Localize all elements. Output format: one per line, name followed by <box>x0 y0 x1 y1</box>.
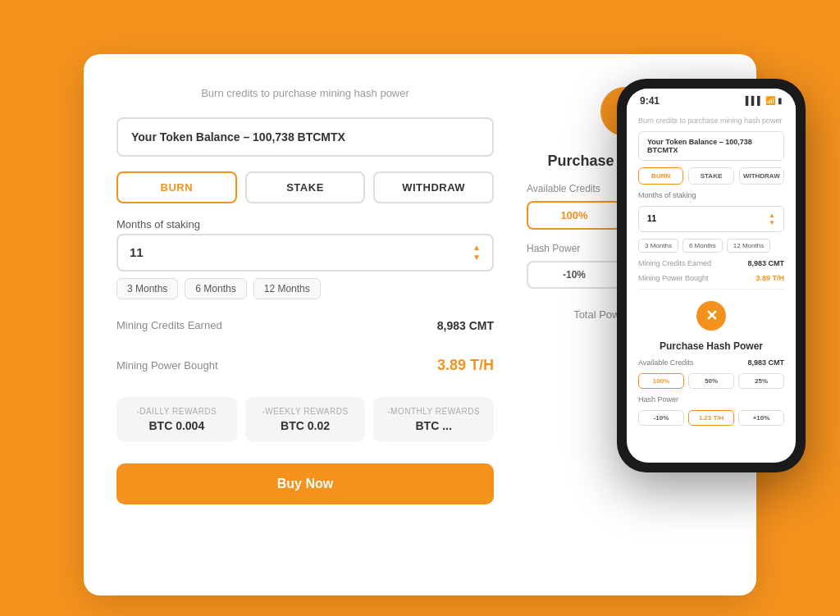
phone-status-bar: 9:41 ▌▌▌ 📶 ▮ <box>627 89 796 110</box>
phone-hash-plus[interactable]: +10% <box>738 410 784 426</box>
phone-credits-value: 8,983 CMT <box>747 259 784 267</box>
mining-credits-label: Mining Credits Earned <box>116 319 222 331</box>
weekly-reward-title: -WEEKLY REWARDS <box>253 407 358 416</box>
spinner-up-icon[interactable]: ▲ <box>472 244 481 252</box>
phone-logo-icon: ✕ <box>705 307 718 325</box>
hash-minus-button[interactable]: -10% <box>527 261 622 289</box>
monthly-reward-title: -MONTHLY REWARDS <box>381 407 486 416</box>
battery-icon: ▮ <box>778 96 783 105</box>
token-balance-display: Your Token Balance – 100,738 BTCMTX <box>116 117 494 157</box>
phone-12months[interactable]: 12 Months <box>727 239 770 253</box>
phone-months-value: 11 <box>647 214 656 223</box>
phone-time: 9:41 <box>640 95 660 107</box>
months-value: 11 <box>130 245 472 259</box>
mining-power-row: Mining Power Bought 3.89 T/H <box>116 352 494 379</box>
phone-hash-value[interactable]: 1.23 T/H <box>688 410 734 426</box>
phone-power-row: Mining Power Bought 3.89 T/H <box>638 274 784 282</box>
phone-available-value: 8,983 CMT <box>747 358 784 367</box>
burn-button[interactable]: BURN <box>116 171 237 203</box>
phone-power-value: 3.89 T/H <box>756 274 784 282</box>
phone-credit-25[interactable]: 25% <box>738 373 784 389</box>
monthly-reward-card: -MONTHLY REWARDS BTC ... <box>373 397 494 442</box>
phone-status-icons: ▌▌▌ 📶 ▮ <box>746 96 783 105</box>
quick-months-group: 3 Months 6 Months 12 Months <box>116 278 494 299</box>
phone-screen: 9:41 ▌▌▌ 📶 ▮ Burn credits to purchase mi… <box>627 89 796 463</box>
phone-stake-btn[interactable]: STAKE <box>688 167 733 185</box>
phone-3months[interactable]: 3 Months <box>638 239 678 253</box>
phone-withdraw-btn[interactable]: WITHDRAW <box>739 167 784 185</box>
phone-token-balance: Your Token Balance – 100,738 BTCMTX <box>638 131 784 161</box>
left-subtitle: Burn credits to purchase mining hash pow… <box>116 87 494 99</box>
phone-content: Burn credits to purchase mining hash pow… <box>627 110 796 463</box>
months-section: Months of staking 11 ▲ ▼ 3 Months 6 Mont… <box>116 218 494 299</box>
phone-credits-row: Mining Credits Earned 8,983 CMT <box>638 259 784 267</box>
phone-burn-btn[interactable]: BURN <box>638 167 683 185</box>
phone-credit-50[interactable]: 50% <box>688 373 734 389</box>
phone-months-label: Months of staking <box>638 191 784 199</box>
phone-credit-100[interactable]: 100% <box>638 373 684 389</box>
phone-quick-months: 3 Months 6 Months 12 Months <box>638 239 784 253</box>
buy-now-button[interactable]: Buy Now <box>116 463 494 504</box>
phone-credit-options: 100% 50% 25% <box>638 373 784 389</box>
wifi-icon: 📶 <box>765 96 775 105</box>
phone-available-row: Available Credits 8,983 CMT <box>638 358 784 367</box>
phone-action-btns: BURN STAKE WITHDRAW <box>638 167 784 185</box>
quick-3-months[interactable]: 3 Months <box>116 278 178 299</box>
monthly-reward-value: BTC ... <box>381 419 486 432</box>
phone-6months[interactable]: 6 Months <box>682 239 723 253</box>
action-buttons-group: BURN STAKE WITHDRAW <box>116 171 494 203</box>
phone-credits-label: Mining Credits Earned <box>638 259 711 267</box>
mining-credits-value: 8,983 CMT <box>437 319 494 332</box>
weekly-reward-value: BTC 0.02 <box>253 419 358 432</box>
phone-available-label: Available Credits <box>638 358 693 367</box>
phone-mockup: 9:41 ▌▌▌ 📶 ▮ Burn credits to purchase mi… <box>617 79 806 472</box>
months-spinner[interactable]: ▲ ▼ <box>472 244 481 262</box>
spinner-down-icon[interactable]: ▼ <box>472 253 481 262</box>
quick-12-months[interactable]: 12 Months <box>253 278 321 299</box>
stake-button[interactable]: STAKE <box>245 171 366 203</box>
rewards-row: -DAILLY REWARDS BTC 0.004 -WEEKLY REWARD… <box>116 397 494 442</box>
phone-hash-minus[interactable]: -10% <box>638 410 684 426</box>
phone-logo: ✕ <box>696 301 726 331</box>
daily-reward-card: -DAILLY REWARDS BTC 0.004 <box>116 397 237 442</box>
signal-icon: ▌▌▌ <box>746 96 763 105</box>
weekly-reward-card: -WEEKLY REWARDS BTC 0.02 <box>245 397 366 442</box>
left-panel: Burn credits to purchase mining hash pow… <box>116 87 494 563</box>
phone-divider <box>638 289 784 290</box>
phone-power-label: Mining Power Bought <box>638 274 709 282</box>
daily-reward-title: -DAILLY REWARDS <box>125 407 229 416</box>
mining-power-value: 3.89 T/H <box>437 357 494 374</box>
phone-panel-title: Purchase Hash Power <box>638 340 784 352</box>
credit-100-button[interactable]: 100% <box>527 201 622 230</box>
phone-months-box[interactable]: 11 ▲ ▼ <box>638 206 784 232</box>
phone-spinner[interactable]: ▲ ▼ <box>769 212 775 226</box>
phone-hash-label: Hash Power <box>638 395 784 404</box>
daily-reward-value: BTC 0.004 <box>125 419 229 432</box>
mining-power-label: Mining Power Bought <box>116 359 218 372</box>
months-label: Months of staking <box>116 218 494 230</box>
withdraw-button[interactable]: WITHDRAW <box>373 171 494 203</box>
mining-credits-row: Mining Credits Earned 8,983 CMT <box>116 314 494 337</box>
page-background: Burn credits to purchase mining hash pow… <box>16 16 824 616</box>
main-card: Burn credits to purchase mining hash pow… <box>84 54 756 595</box>
phone-spinner-down[interactable]: ▼ <box>769 219 775 226</box>
phone-subtitle: Burn credits to purchase mining hash pow… <box>638 116 784 125</box>
quick-6-months[interactable]: 6 Months <box>185 278 246 299</box>
phone-hash-options: -10% 1.23 T/H +10% <box>638 410 784 426</box>
months-input-wrapper[interactable]: 11 ▲ ▼ <box>116 234 494 271</box>
phone-spinner-up[interactable]: ▲ <box>769 212 775 219</box>
